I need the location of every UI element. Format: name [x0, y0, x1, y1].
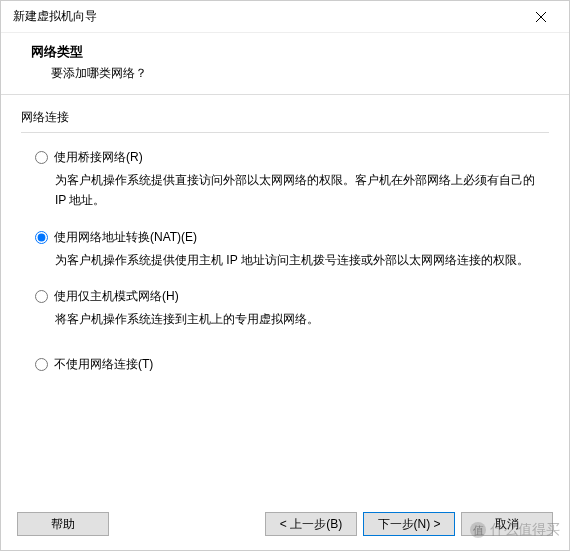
next-button[interactable]: 下一步(N) > [363, 512, 455, 536]
close-button[interactable] [521, 3, 561, 31]
group-label: 网络连接 [21, 109, 73, 126]
wizard-header: 网络类型 要添加哪类网络？ [1, 33, 569, 95]
back-button[interactable]: < 上一步(B) [265, 512, 357, 536]
radio-option-hostonly[interactable]: 使用仅主机模式网络(H) [35, 288, 541, 305]
radio-hostonly[interactable] [35, 290, 48, 303]
desc-bridged: 为客户机操作系统提供直接访问外部以太网网络的权限。客户机在外部网络上必须有自己的… [35, 170, 541, 211]
close-icon [536, 12, 546, 22]
radio-none-label: 不使用网络连接(T) [54, 356, 153, 373]
radio-none[interactable] [35, 358, 48, 371]
desc-nat: 为客户机操作系统提供使用主机 IP 地址访问主机拨号连接或外部以太网网络连接的权… [35, 250, 541, 270]
page-subtitle: 要添加哪类网络？ [31, 65, 551, 82]
help-button[interactable]: 帮助 [17, 512, 109, 536]
footer: 帮助 < 上一步(B) 下一步(N) > 取消 [1, 501, 569, 550]
cancel-button[interactable]: 取消 [461, 512, 553, 536]
radio-nat[interactable] [35, 231, 48, 244]
radio-bridged-label: 使用桥接网络(R) [54, 149, 143, 166]
radio-option-bridged[interactable]: 使用桥接网络(R) [35, 149, 541, 166]
page-title: 网络类型 [31, 43, 551, 61]
titlebar: 新建虚拟机向导 [1, 1, 569, 33]
content-area: 网络连接 使用桥接网络(R) 为客户机操作系统提供直接访问外部以太网网络的权限。… [1, 95, 569, 501]
footer-spacer [115, 512, 259, 536]
desc-hostonly: 将客户机操作系统连接到主机上的专用虚拟网络。 [35, 309, 541, 329]
radio-bridged[interactable] [35, 151, 48, 164]
window-title: 新建虚拟机向导 [13, 8, 97, 25]
network-group: 使用桥接网络(R) 为客户机操作系统提供直接访问外部以太网网络的权限。客户机在外… [21, 132, 549, 385]
radio-hostonly-label: 使用仅主机模式网络(H) [54, 288, 179, 305]
radio-option-nat[interactable]: 使用网络地址转换(NAT)(E) [35, 229, 541, 246]
radio-option-none[interactable]: 不使用网络连接(T) [35, 356, 541, 373]
radio-nat-label: 使用网络地址转换(NAT)(E) [54, 229, 197, 246]
